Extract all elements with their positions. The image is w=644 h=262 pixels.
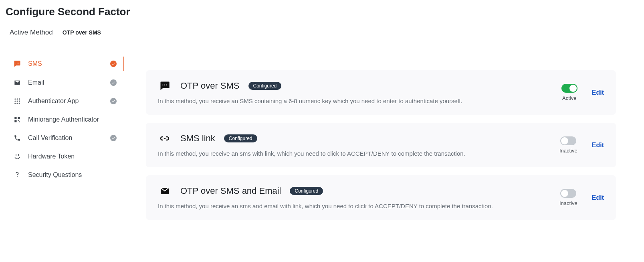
method-description: In this method, you receive an sms with … (158, 149, 548, 158)
svg-point-3 (14, 101, 16, 102)
svg-rect-10 (18, 117, 20, 119)
mail-icon (158, 185, 172, 197)
sidebar-item-label: Call Verification (28, 134, 104, 142)
grid-icon (13, 97, 22, 105)
active-method-label: Active Method (10, 28, 53, 37)
svg-point-5 (19, 101, 20, 102)
edit-button[interactable]: Edit (592, 194, 604, 201)
toggle-status-label: Active (562, 95, 576, 101)
configured-badge: Configured (224, 134, 257, 142)
method-description: In this method, you receive an SMS conta… (158, 97, 550, 105)
sidebar-item-miniorange-authenticator[interactable]: Miniorange Authenticator (6, 110, 124, 129)
toggle-status-label: Inactive (559, 148, 577, 154)
sidebar-item-call-verification[interactable]: Call Verification (6, 129, 124, 147)
active-toggle[interactable] (561, 84, 577, 93)
question-icon (13, 171, 22, 179)
qr-icon (13, 116, 22, 123)
phone-icon (13, 134, 22, 142)
check-icon (110, 98, 117, 104)
link-icon (158, 132, 172, 144)
svg-point-0 (14, 98, 16, 100)
method-card-sms-link: SMS link Configured In this method, you … (146, 123, 616, 167)
sidebar-item-email[interactable]: Email (6, 73, 124, 92)
configured-badge: Configured (248, 82, 282, 90)
sidebar-item-hardware-token[interactable]: Hardware Token (6, 147, 124, 166)
edit-button[interactable]: Edit (592, 89, 604, 96)
svg-rect-9 (14, 117, 16, 119)
main-panel: OTP over SMS Configured In this method, … (124, 53, 638, 228)
svg-point-6 (14, 103, 16, 104)
svg-point-7 (17, 103, 18, 104)
svg-point-2 (19, 98, 20, 100)
active-method-value: OTP over SMS (63, 29, 101, 36)
method-title: OTP over SMS and Email (180, 186, 281, 196)
active-toggle[interactable] (560, 136, 576, 145)
svg-rect-11 (14, 120, 16, 122)
sidebar-item-label: Miniorange Authenticator (28, 116, 117, 123)
method-title: OTP over SMS (180, 81, 240, 91)
check-icon (110, 79, 117, 86)
sms-icon (13, 60, 22, 68)
check-icon (110, 61, 117, 67)
svg-point-1 (17, 98, 18, 100)
sidebar-item-label: Authenticator App (28, 97, 104, 105)
token-icon (13, 153, 22, 160)
configured-badge: Configured (290, 187, 323, 195)
svg-point-8 (19, 103, 20, 104)
method-title: SMS link (180, 133, 215, 144)
email-icon (13, 79, 22, 86)
method-card-otp-over-sms-and-email: OTP over SMS and Email Configured In thi… (146, 175, 616, 220)
method-description: In this method, you receive an sms and e… (158, 202, 548, 210)
sidebar: SMS Email Authenticator App (6, 53, 124, 228)
sidebar-item-authenticator-app[interactable]: Authenticator App (6, 92, 124, 110)
toggle-status-label: Inactive (559, 200, 577, 206)
svg-point-4 (17, 101, 18, 102)
sidebar-item-label: SMS (28, 60, 104, 67)
sidebar-item-sms[interactable]: SMS (6, 54, 124, 73)
active-method-row: Active Method OTP over SMS (10, 28, 638, 37)
method-card-otp-over-sms: OTP over SMS Configured In this method, … (146, 70, 616, 115)
edit-button[interactable]: Edit (592, 142, 604, 149)
svg-rect-12 (18, 120, 19, 121)
page-title: Configure Second Factor (6, 6, 638, 18)
sms-bubble-icon (158, 80, 172, 92)
sidebar-item-security-questions[interactable]: Security Questions (6, 166, 124, 184)
sidebar-item-label: Security Questions (28, 171, 117, 179)
check-icon (110, 135, 117, 141)
sidebar-item-label: Hardware Token (28, 153, 117, 160)
svg-rect-13 (19, 122, 20, 122)
active-toggle[interactable] (560, 189, 576, 198)
sidebar-item-label: Email (28, 79, 104, 86)
